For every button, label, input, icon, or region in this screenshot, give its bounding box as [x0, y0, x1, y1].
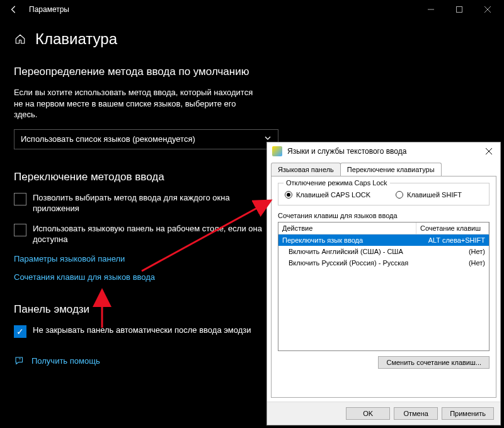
per-window-input-checkbox[interactable]: Позволить выбирать метод ввода для каждо… — [14, 192, 266, 214]
page-title: Клавиатура — [35, 30, 117, 48]
section-override-desc: Если вы хотите использовать метод ввода,… — [14, 87, 253, 120]
list-row-action: Переключить язык ввода — [278, 234, 416, 246]
home-icon[interactable] — [14, 33, 26, 45]
tab-language-bar[interactable]: Языковая панель — [271, 163, 341, 176]
listbox-header: Действие Сочетание клавиш — [278, 223, 489, 234]
dialog-title: Языки и службы текстового ввода — [287, 147, 483, 156]
hotkey-heading: Сочетания клавиш для языков ввода — [278, 212, 490, 219]
desktop-language-bar-checkbox[interactable]: Использовать языковую панель на рабочем … — [14, 223, 266, 245]
checkbox-icon — [14, 224, 26, 236]
checkbox-label: Не закрывать панель автоматически после … — [33, 325, 251, 336]
dialog-tab-panel: Отключение режима Caps Lock Клавишей CAP… — [271, 176, 496, 398]
apply-button[interactable]: Применить — [442, 407, 494, 420]
radio-label: Клавишей SHIFT — [407, 191, 462, 199]
window-title: Параметры — [29, 5, 416, 14]
maximize-button[interactable] — [445, 0, 473, 19]
titlebar: Параметры — [0, 0, 504, 19]
emoji-panel-checkbox[interactable]: Не закрывать панель автоматически после … — [14, 325, 266, 338]
tab-keyboard-switch[interactable]: Переключение клавиатуры — [340, 163, 442, 176]
checkbox-label: Позволить выбирать метод ввода для каждо… — [33, 192, 266, 214]
capslock-fieldset: Отключение режима Caps Lock Клавишей CAP… — [278, 183, 490, 205]
svg-text:?: ? — [19, 357, 21, 361]
dialog-tabs: Языковая панель Переключение клавиатуры — [267, 160, 500, 176]
col-action-header: Действие — [278, 223, 416, 234]
col-combo-header: Сочетание клавиш — [416, 223, 489, 234]
section-override-title: Переопределение метода ввода по умолчани… — [14, 66, 490, 78]
change-hotkey-button[interactable]: Сменить сочетание клавиш... — [378, 356, 490, 369]
dialog-footer: OK Отмена Применить — [267, 402, 500, 425]
close-button[interactable] — [473, 0, 501, 19]
help-icon: ? — [14, 356, 25, 367]
radio-shift[interactable]: Клавишей SHIFT — [396, 191, 462, 199]
page-heading-row: Клавиатура — [14, 30, 490, 48]
list-row[interactable]: Включить Английский (США) - США(Нет) — [278, 246, 489, 257]
list-row[interactable]: Переключить язык вводаALT слева+SHIFT — [278, 234, 489, 246]
hotkey-listbox[interactable]: Действие Сочетание клавиш Переключить яз… — [278, 222, 490, 351]
checkbox-label: Использовать языковую панель на рабочем … — [33, 223, 266, 245]
cancel-button[interactable]: Отмена — [394, 407, 438, 420]
list-row-action: Включить Русский (Россия) - Русская — [278, 257, 416, 269]
radio-icon — [285, 191, 292, 199]
get-help-label: Получить помощь — [32, 356, 100, 366]
section-override: Переопределение метода ввода по умолчани… — [14, 66, 490, 149]
minimize-button[interactable] — [416, 0, 445, 19]
list-row-action: Включить Английский (США) - США — [278, 246, 416, 257]
list-row-combo: (Нет) — [416, 257, 489, 269]
list-row-combo: ALT слева+SHIFT — [416, 234, 489, 246]
radio-label: Клавишей CAPS LOCK — [296, 191, 370, 199]
dialog-titlebar: Языки и службы текстового ввода — [267, 142, 500, 160]
dropdown-value: Использовать список языков (рекомендуетс… — [21, 134, 195, 144]
back-button[interactable] — [3, 0, 25, 19]
checkbox-icon — [14, 193, 26, 205]
svg-rect-1 — [456, 7, 462, 13]
list-row[interactable]: Включить Русский (Россия) - Русская(Нет) — [278, 257, 489, 269]
text-services-dialog: Языки и службы текстового ввода Языковая… — [266, 142, 501, 425]
capslock-legend: Отключение режима Caps Lock — [284, 179, 390, 187]
list-row-combo: (Нет) — [416, 246, 489, 257]
radio-caps-lock[interactable]: Клавишей CAPS LOCK — [285, 191, 370, 199]
radio-icon — [396, 191, 403, 199]
ok-button[interactable]: OK — [346, 407, 390, 420]
dialog-close-button[interactable] — [483, 145, 495, 158]
dialog-icon — [272, 146, 282, 156]
checkbox-icon — [14, 325, 26, 338]
default-input-method-dropdown[interactable]: Использовать список языков (рекомендуетс… — [14, 129, 278, 149]
